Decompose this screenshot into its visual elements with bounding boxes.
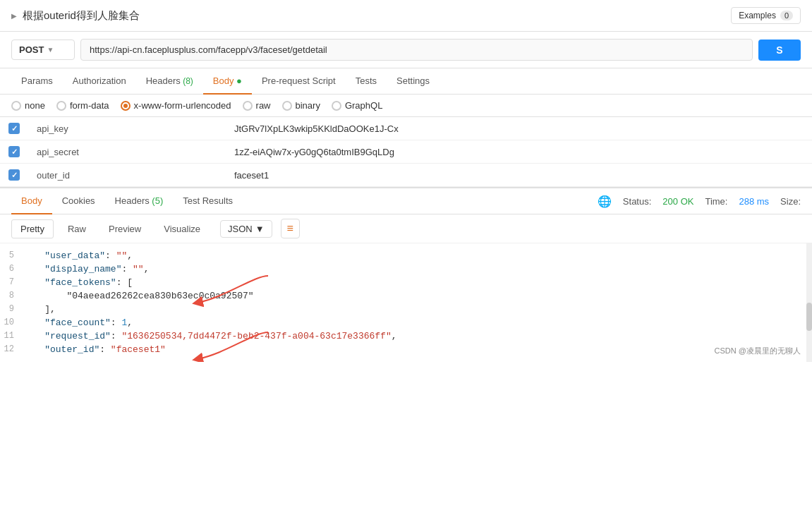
code-line: 10 "face_count": 1, — [0, 316, 812, 329]
line-content: "outer_id": "faceset1" — [23, 344, 812, 355]
scrollbar-thumb[interactable] — [806, 303, 812, 331]
tab-body[interactable]: Body ● — [203, 68, 252, 95]
param-key: api_key — [28, 117, 226, 140]
radio-circle-raw — [243, 101, 253, 111]
line-content: "user_data": "", — [23, 250, 812, 261]
time-value: 288 ms — [739, 196, 769, 207]
format-chevron-icon: ▼ — [255, 224, 265, 234]
resp-tab-test-results[interactable]: Test Results — [173, 188, 243, 214]
time-label: Time: — [705, 196, 727, 207]
code-line: 5 "user_data": "", — [0, 249, 812, 262]
top-bar-left: ▶ 根据outerid得到人脸集合 — [11, 9, 140, 23]
line-content: "face_tokens": [ — [23, 277, 812, 288]
resp-tab-cookies[interactable]: Cookies — [52, 188, 105, 214]
arrow-icon: ▶ — [11, 12, 17, 20]
code-line: 11 "request_id": "1636250534,7dd4472f-be… — [0, 329, 812, 343]
code-line: 6 "display_name": "", — [0, 262, 812, 276]
resp-tab-headers[interactable]: Headers (5) — [105, 188, 174, 214]
code-area-wrap: 5 "user_data": "",6 "display_name": "",7… — [0, 243, 812, 362]
wrap-button[interactable]: ≡ — [281, 219, 300, 238]
status-value: 200 OK — [662, 196, 693, 207]
param-value: faceset1 — [226, 164, 812, 187]
radio-circle-binary — [282, 101, 292, 111]
watermark: CSDN @凌晨里的无聊人 — [715, 346, 801, 356]
table-row: outer_id faceset1 — [0, 164, 812, 187]
param-value: 1zZ-eiAQiw7x-yG0gQ6ta0tmIB9GqLDg — [226, 140, 812, 164]
scrollbar[interactable] — [806, 243, 812, 362]
line-content: "display_name": "", — [23, 264, 812, 274]
radio-raw[interactable]: raw — [243, 100, 271, 111]
line-content: "request_id": "1636250534,7dd4472f-beb2-… — [23, 331, 812, 341]
line-number: 8 — [0, 291, 23, 301]
radio-circle-urlencoded — [121, 101, 131, 111]
line-content: ], — [23, 304, 812, 315]
format-pretty[interactable]: Pretty — [11, 219, 54, 238]
top-bar: ▶ 根据outerid得到人脸集合 Examples 0 — [0, 0, 812, 32]
code-line: 8 "04aeead26262cea830b63ec0c0a92507" — [0, 289, 812, 303]
url-bar: POST ▼ S — [0, 32, 812, 68]
tab-tests[interactable]: Tests — [346, 68, 387, 95]
line-number: 5 — [0, 250, 23, 260]
params-table: api_key JtGRv7lXpLK3wkip5KKldDaOOKe1J-Cx… — [0, 117, 812, 187]
response-status: 🌐 Status: 200 OK Time: 288 ms Size: — [598, 195, 801, 208]
examples-count: 0 — [780, 11, 793, 20]
format-select[interactable]: JSON ▼ — [220, 220, 272, 238]
table-row: api_secret 1zZ-eiAQiw7x-yG0gQ6ta0tmIB9Gq… — [0, 140, 812, 164]
param-checkbox[interactable] — [8, 123, 20, 134]
tab-headers[interactable]: Headers (8) — [136, 68, 203, 95]
status-label: Status: — [623, 196, 651, 207]
param-key: outer_id — [28, 164, 226, 187]
body-type-row: none form-data x-www-form-urlencoded raw… — [0, 95, 812, 117]
examples-button[interactable]: Examples 0 — [731, 7, 801, 24]
param-value: JtGRv7lXpLK3wkip5KKldDaOOKe1J-Cx — [226, 117, 812, 140]
request-tabs-row: Params Authorization Headers (8) Body ● … — [0, 68, 812, 95]
line-number: 6 — [0, 264, 23, 274]
page-title: 根据outerid得到人脸集合 — [23, 9, 140, 23]
line-number: 11 — [0, 331, 23, 341]
line-content: "face_count": 1, — [23, 317, 812, 328]
globe-icon: 🌐 — [598, 195, 612, 208]
tab-params[interactable]: Params — [11, 68, 63, 95]
code-line: 7 "face_tokens": [ — [0, 276, 812, 289]
examples-label: Examples — [739, 11, 776, 20]
radio-graphql[interactable]: GraphQL — [332, 100, 382, 111]
radio-urlencoded[interactable]: x-www-form-urlencoded — [121, 100, 231, 111]
radio-form-data[interactable]: form-data — [56, 100, 109, 111]
response-toolbar: Pretty Raw Preview Visualize JSON ▼ ≡ — [0, 214, 812, 243]
code-area: 5 "user_data": "",6 "display_name": "",7… — [0, 243, 812, 362]
radio-circle-none — [11, 101, 21, 111]
format-raw[interactable]: Raw — [59, 220, 95, 238]
url-input[interactable] — [80, 39, 753, 61]
line-number: 10 — [0, 317, 23, 327]
radio-none[interactable]: none — [11, 100, 45, 111]
code-line: 12 "outer_id": "faceset1" — [0, 343, 812, 356]
code-line: 9 ], — [0, 303, 812, 316]
tab-pre-request[interactable]: Pre-request Script — [252, 68, 346, 95]
param-key: api_secret — [28, 140, 226, 164]
response-tabs-row: Body Cookies Headers (5) Test Results 🌐 … — [0, 187, 812, 214]
send-button[interactable]: S — [758, 40, 801, 61]
method-chevron-icon: ▼ — [47, 46, 54, 54]
line-number: 9 — [0, 304, 23, 314]
format-visualize[interactable]: Visualize — [155, 220, 209, 238]
radio-circle-graphql — [332, 101, 341, 111]
method-label: POST — [19, 44, 44, 55]
resp-tab-body[interactable]: Body — [11, 188, 52, 214]
line-number: 12 — [0, 344, 23, 354]
param-checkbox[interactable] — [8, 169, 20, 181]
radio-binary[interactable]: binary — [282, 100, 320, 111]
param-checkbox[interactable] — [8, 146, 20, 157]
line-content: "04aeead26262cea830b63ec0c0a92507" — [23, 291, 812, 301]
tab-authorization[interactable]: Authorization — [63, 68, 136, 95]
tab-settings[interactable]: Settings — [387, 68, 440, 95]
size-label: Size: — [780, 196, 801, 207]
table-row: api_key JtGRv7lXpLK3wkip5KKldDaOOKe1J-Cx — [0, 117, 812, 140]
radio-circle-form-data — [56, 101, 66, 111]
format-preview[interactable]: Preview — [100, 220, 150, 238]
line-number: 7 — [0, 277, 23, 287]
method-select[interactable]: POST ▼ — [11, 40, 75, 60]
